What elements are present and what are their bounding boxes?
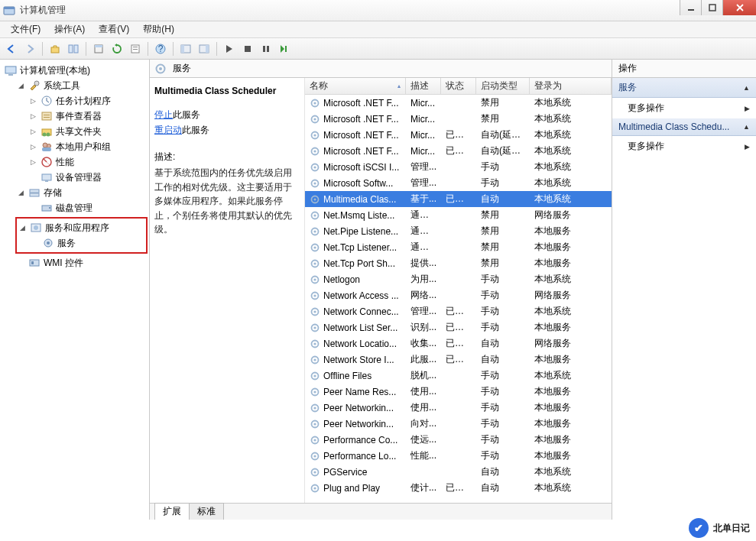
col-name[interactable]: 名称 <box>305 78 406 94</box>
tree-local-users[interactable]: ▷本地用户和组 <box>28 139 148 154</box>
table-row[interactable]: Microsoft iSCSI I...管理...手动本地系统 <box>305 159 612 175</box>
actions-section-selected[interactable]: Multimedia Class Schedu... ▲ <box>612 118 756 136</box>
expand-icon[interactable]: ▷ <box>29 112 37 121</box>
col-start[interactable]: 启动类型 <box>476 78 530 94</box>
stop-link[interactable]: 停止 <box>154 109 173 120</box>
table-row[interactable]: Offline Files脱机...手动本地系统 <box>305 368 612 384</box>
help-button[interactable]: ? <box>152 40 169 57</box>
table-row[interactable]: PGService自动本地系统 <box>305 464 612 480</box>
svg-point-99 <box>313 487 316 489</box>
expand-icon[interactable]: ▷ <box>29 143 37 151</box>
table-row[interactable]: Performance Lo...性能...手动本地服务 <box>305 448 612 464</box>
table-row[interactable]: Network Connec...管理...已启动手动本地系统 <box>305 303 612 319</box>
table-row[interactable]: Peer Name Res...使用...手动本地服务 <box>305 384 612 400</box>
table-row[interactable]: Peer Networkin...使用...手动本地服务 <box>305 400 612 416</box>
tree-root[interactable]: 计算机管理(本地) <box>3 63 148 78</box>
expand-icon[interactable]: ▷ <box>29 97 37 105</box>
menu-action[interactable]: 操作(A) <box>48 21 91 37</box>
table-row[interactable]: Network Locatio...收集...已启动自动网络服务 <box>305 335 612 351</box>
tree-task-scheduler[interactable]: ▷任务计划程序 <box>28 93 148 109</box>
svg-point-95 <box>313 455 316 457</box>
start-service-button[interactable] <box>221 40 238 57</box>
col-desc[interactable]: 描述 <box>406 78 441 94</box>
actions-header: 操作 <box>612 60 756 78</box>
tree-performance[interactable]: ▷性能 <box>28 154 148 170</box>
cell-logon: 本地系统 <box>530 369 612 382</box>
cell-desc: 使用... <box>406 401 441 414</box>
expand-icon[interactable]: ▷ <box>29 158 37 167</box>
collapse-icon: ▲ <box>743 123 750 131</box>
col-state[interactable]: 状态 <box>441 78 476 94</box>
table-row[interactable]: Performance Co...使远...手动本地服务 <box>305 432 612 448</box>
properties-button[interactable] <box>127 40 144 57</box>
table-row[interactable]: Microsoft Softw...管理...手动本地系统 <box>305 175 612 191</box>
chevron-right-icon: ▶ <box>745 105 750 112</box>
tree-system-tools[interactable]: ◢ 系统工具 <box>15 78 148 93</box>
table-row[interactable]: Net.Tcp Port Sh...提供...禁用本地服务 <box>305 255 612 271</box>
collapse-icon[interactable]: ◢ <box>17 189 25 197</box>
table-row[interactable]: Net.Tcp Listener...通过 ...禁用本地服务 <box>305 239 612 255</box>
tree-shared-folders[interactable]: ▷共享文件夹 <box>28 124 148 139</box>
tab-standard[interactable]: 标准 <box>189 503 224 520</box>
stop-suffix: 此服务 <box>173 109 200 120</box>
table-row[interactable]: Multimedia Clas...基于...已启动自动本地系统 <box>305 191 612 207</box>
show-hide-button[interactable] <box>65 40 82 57</box>
table-row[interactable]: Net.Pipe Listene...通过 ...禁用本地服务 <box>305 223 612 239</box>
tree-event-viewer[interactable]: ▷事件查看器 <box>28 109 148 124</box>
table-row[interactable]: Microsoft .NET F...Micr...禁用本地系统 <box>305 95 612 111</box>
tree-device-manager[interactable]: 设备管理器 <box>28 170 148 185</box>
actions-more-1[interactable]: 更多操作 ▶ <box>612 98 756 118</box>
stop-service-button[interactable] <box>239 40 256 57</box>
expand-icon[interactable]: ▷ <box>29 128 37 136</box>
cell-start: 手动 <box>476 321 530 334</box>
export-button[interactable] <box>90 40 107 57</box>
folder-shared-icon <box>41 125 53 138</box>
table-row[interactable]: Net.Msmq Liste...通过 ...禁用网络服务 <box>305 207 612 223</box>
restart-service-button[interactable] <box>276 40 293 57</box>
table-row[interactable]: Peer Networkin...向对...手动本地服务 <box>305 416 612 432</box>
table-row[interactable]: Network Access ...网络...手动网络服务 <box>305 287 612 303</box>
close-button[interactable] <box>722 0 756 15</box>
tab-extended[interactable]: 扩展 <box>154 503 190 520</box>
collapse-icon[interactable]: ◢ <box>17 82 25 90</box>
actions-more-2[interactable]: 更多操作 ▶ <box>612 136 756 157</box>
table-row[interactable]: Microsoft .NET F...Micr...已启动自动(延迟...本地系… <box>305 127 612 143</box>
collapse-icon[interactable]: ◢ <box>18 224 27 232</box>
tree-storage[interactable]: ◢ 存储 <box>15 185 148 200</box>
tree-services[interactable]: 服务 <box>29 235 146 251</box>
svg-point-24 <box>34 81 39 86</box>
back-button[interactable] <box>3 40 20 57</box>
table-row[interactable]: Plug and Play使计...已启动自动本地系统 <box>305 480 612 496</box>
svg-rect-28 <box>44 117 50 118</box>
table-row[interactable]: Microsoft .NET F...Micr...禁用本地系统 <box>305 111 612 127</box>
cell-state: 已启动 <box>441 305 476 318</box>
menu-file[interactable]: 文件(F) <box>5 21 47 37</box>
menu-view[interactable]: 查看(V) <box>92 21 135 37</box>
table-row[interactable]: Network Store I...此服...已启动自动本地服务 <box>305 351 612 368</box>
refresh-button[interactable] <box>109 40 125 57</box>
services-header: 服务 <box>150 60 612 78</box>
up-button[interactable] <box>47 40 63 57</box>
restart-link[interactable]: 重启动 <box>154 125 182 135</box>
col-logon[interactable]: 登录为 <box>530 78 612 94</box>
forward-button[interactable] <box>21 40 38 57</box>
tree-disk-management[interactable]: 磁盘管理 <box>28 200 148 215</box>
pause-service-button[interactable] <box>258 40 274 57</box>
svg-point-93 <box>313 439 316 441</box>
show-hide-action-button[interactable] <box>196 40 213 57</box>
show-hide-console-button[interactable] <box>177 40 194 57</box>
table-row[interactable]: Netlogon为用...手动本地系统 <box>305 271 612 287</box>
tree-label: 服务和应用程序 <box>45 222 109 235</box>
maximize-button[interactable] <box>701 0 722 15</box>
table-row[interactable]: Microsoft .NET F...Micr...已启动自动(延迟...本地系… <box>305 143 612 159</box>
actions-section-services[interactable]: 服务 ▲ <box>612 78 756 98</box>
svg-point-43 <box>34 225 38 230</box>
minimize-button[interactable] <box>680 0 701 15</box>
tree-panel[interactable]: 计算机管理(本地) ◢ 系统工具 ▷任务计划程序 ▷事件查看器 ▷共享文件夹 <box>0 60 150 520</box>
tree-services-apps[interactable]: ◢ 服务和应用程序 <box>17 220 146 235</box>
table-row[interactable]: Network List Ser...识别...已启动手动本地服务 <box>305 319 612 335</box>
tree-wmi[interactable]: WMI 控件 <box>15 255 148 270</box>
menu-help[interactable]: 帮助(H) <box>137 21 180 37</box>
list-body[interactable]: Microsoft .NET F...Micr...禁用本地系统Microsof… <box>305 95 612 503</box>
cell-name: Performance Co... <box>323 435 397 445</box>
